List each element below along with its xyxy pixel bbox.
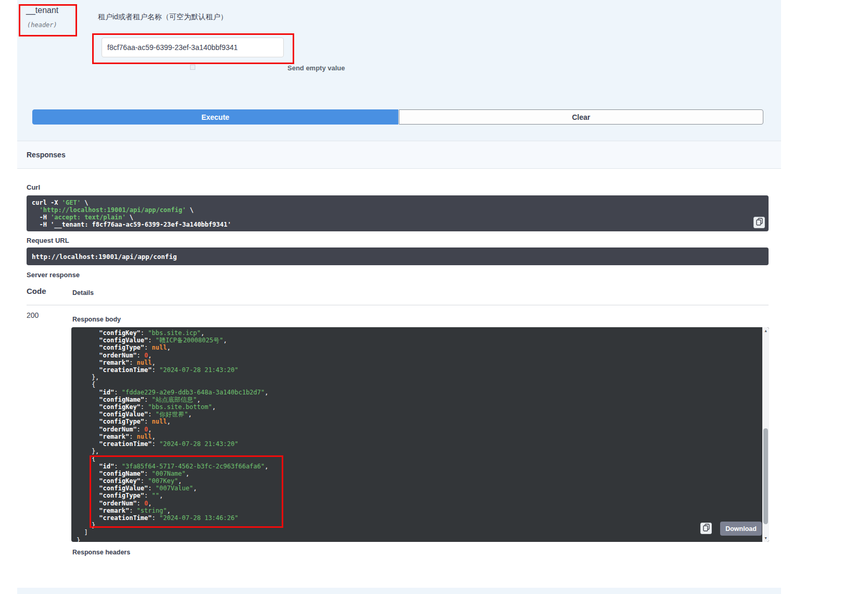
code-line: }	[77, 522, 757, 529]
curl-command-text: curl -X 'GET' \ 'http://localhost:19001/…	[32, 199, 763, 228]
request-url-text: http://localhost:19001/api/app/config	[32, 253, 177, 261]
server-response-label: Server response	[27, 271, 80, 279]
code-line: 'http://localhost:19001/api/app/config' …	[32, 206, 763, 214]
request-url-label: Request URL	[27, 237, 69, 244]
code-line: "configType": null,	[77, 344, 757, 351]
code-column-header: Code	[27, 287, 46, 295]
code-line: curl -X 'GET' \	[32, 199, 763, 206]
scroll-down-icon[interactable]: ▼	[762, 535, 769, 541]
response-body-block: "configKey": "bbs.site.icp", "configValu…	[71, 327, 769, 542]
code-line: "configType": "",	[77, 492, 757, 499]
copy-response-button[interactable]	[700, 523, 712, 534]
scrollbar-track[interactable]: ▲ ▼	[762, 327, 769, 542]
send-empty-label: Send empty value	[287, 64, 345, 72]
code-line: "configType": null,	[77, 418, 757, 425]
responses-title: Responses	[27, 151, 66, 159]
copy-icon	[756, 218, 763, 227]
tenant-input[interactable]	[102, 38, 284, 57]
code-line: {	[77, 455, 757, 462]
code-line: "configKey": "bbs.site.icp",	[77, 329, 757, 337]
details-column-header: Details	[72, 289, 94, 296]
code-line: "creationTime": "2024-07-28 13:46:26"	[77, 514, 757, 522]
execute-button[interactable]: Execute	[32, 109, 398, 125]
copy-icon	[703, 524, 710, 533]
code-line: "orderNum": 0,	[77, 426, 757, 433]
code-line: -H '__tenant: f8cf76aa-ac59-6399-23ef-3a…	[32, 221, 763, 228]
scroll-up-icon[interactable]: ▲	[762, 328, 769, 334]
responses-section-header: Responses	[17, 141, 781, 169]
code-line: "creationTime": "2024-07-28 21:43:20"	[77, 366, 757, 374]
status-code: 200	[27, 311, 39, 319]
code-line: "configName": "站点底部信息",	[77, 396, 757, 403]
clear-button[interactable]: Clear	[399, 109, 763, 125]
code-line: "configValue": "你好世界",	[77, 411, 757, 418]
code-line: "remark": null,	[77, 433, 757, 440]
code-line: "id": "3fa85f64-5717-4562-b3fc-2c963f66a…	[77, 463, 757, 470]
code-line: "id": "fddae229-a2e9-ddb3-648a-3a140bc1b…	[77, 389, 757, 396]
parameter-description: 租户id或者租户名称（可空为默认租户）	[98, 13, 228, 22]
send-empty-checkbox[interactable]	[190, 65, 195, 70]
code-line: "configValue": "007Value",	[77, 485, 757, 492]
table-header-divider	[27, 305, 769, 305]
code-line: }	[77, 537, 757, 542]
code-line: "configKey": "007Key",	[77, 477, 757, 485]
parameter-name: __tenant	[26, 6, 58, 15]
code-line: "remark": "string",	[77, 507, 757, 514]
copy-curl-button[interactable]	[753, 217, 765, 228]
operation-block: __tenant (header) 租户id或者租户名称（可空为默认租户） Se…	[17, 0, 781, 594]
responses-panel: Curl curl -X 'GET' \ 'http://localhost:1…	[17, 169, 781, 588]
parameter-location: (header)	[27, 21, 57, 29]
code-line: "configValue": "赣ICP备20008025号",	[77, 337, 757, 344]
code-line: },	[77, 374, 757, 381]
request-url-block: http://localhost:19001/api/app/config	[27, 247, 769, 265]
code-line: -H 'accept: text/plain' \	[32, 214, 763, 221]
code-line: "orderNum": 0,	[77, 352, 757, 359]
code-line: "remark": null,	[77, 359, 757, 366]
code-line: "configKey": "bbs.site.bottom",	[77, 403, 757, 411]
code-line: "configName": "007Name",	[77, 470, 757, 477]
code-line: {	[77, 381, 757, 388]
curl-command-block: curl -X 'GET' \ 'http://localhost:19001/…	[27, 195, 769, 231]
code-line: "orderNum": 0,	[77, 500, 757, 507]
download-button[interactable]: Download	[720, 522, 762, 536]
code-line: ]	[77, 529, 757, 536]
response-body-text: "configKey": "bbs.site.icp", "configValu…	[77, 329, 757, 542]
response-body-label: Response body	[72, 316, 121, 323]
code-line: },	[77, 448, 757, 455]
response-headers-label: Response headers	[72, 549, 130, 556]
curl-label: Curl	[27, 183, 40, 191]
code-line: "creationTime": "2024-07-28 21:43:20"	[77, 440, 757, 448]
scrollbar-thumb[interactable]	[763, 428, 768, 524]
